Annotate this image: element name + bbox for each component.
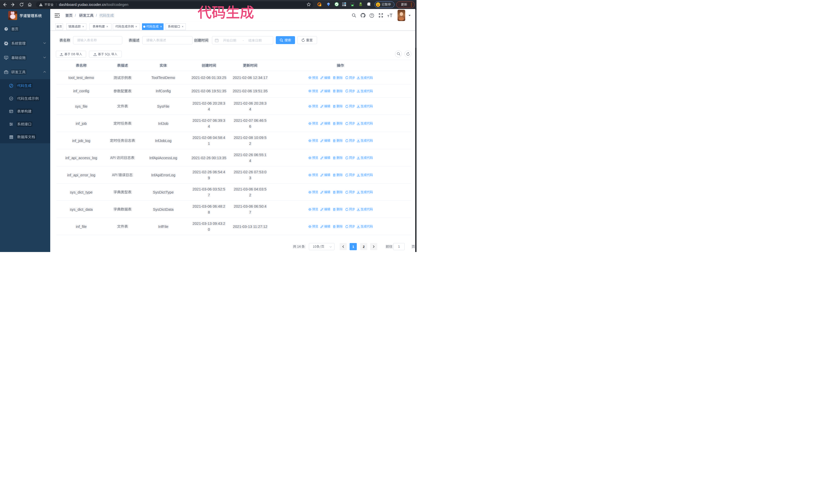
svg-text:on: on [352, 5, 353, 6]
svg-text:1: 1 [320, 4, 321, 6]
